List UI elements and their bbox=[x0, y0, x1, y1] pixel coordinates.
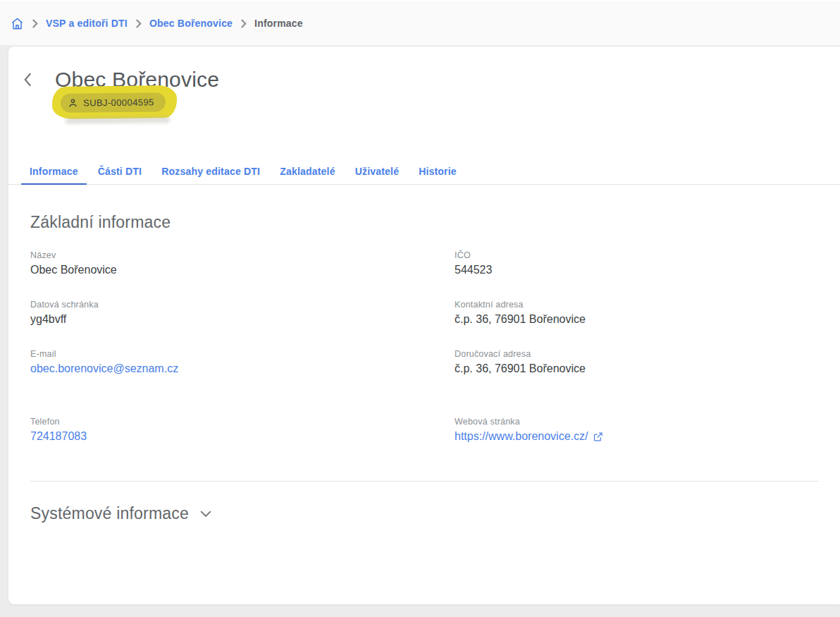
subject-id-badge: SUBJ-00004595 bbox=[61, 92, 166, 113]
system-info-toggle[interactable]: Systémové informace bbox=[30, 504, 211, 523]
breadcrumb-link-vsp[interactable]: VSP a editoři DTI bbox=[46, 18, 128, 29]
field-label: Doručovací adresa bbox=[455, 349, 819, 359]
section-divider bbox=[30, 481, 819, 482]
tab-casti-dti[interactable]: Části DTI bbox=[89, 158, 150, 184]
field-ico: IČO 544523 bbox=[455, 250, 819, 276]
field-label: Webová stránka bbox=[455, 417, 819, 427]
phone-link[interactable]: 724187083 bbox=[30, 430, 87, 443]
back-button[interactable] bbox=[17, 69, 38, 90]
chevron-right-icon bbox=[32, 19, 38, 28]
field-dorucovaci-adresa: Doručovací adresa č.p. 36, 76901 Bořenov… bbox=[455, 349, 819, 375]
tab-informace[interactable]: Informace bbox=[21, 158, 87, 184]
basic-info-fields: Název Obec Bořenovice IČO 544523 Datová … bbox=[30, 250, 819, 443]
breadcrumb-current: Informace bbox=[254, 18, 303, 29]
section-title-basic-info: Základní informace bbox=[30, 213, 819, 232]
field-value: yg4bvff bbox=[30, 313, 455, 326]
tab-historie[interactable]: Historie bbox=[410, 158, 465, 184]
chevron-right-icon bbox=[240, 19, 247, 28]
home-icon[interactable] bbox=[11, 17, 24, 30]
chevron-right-icon bbox=[135, 19, 142, 28]
field-kontaktni-adresa: Kontaktní adresa č.p. 36, 76901 Bořenovi… bbox=[455, 300, 819, 326]
field-label: Kontaktní adresa bbox=[455, 300, 819, 310]
subject-detail-card: Obec Bořenovice SUBJ-00004595 Informace … bbox=[8, 47, 840, 604]
tab-content: Základní informace Název Obec Bořenovice… bbox=[8, 185, 840, 523]
field-webova-stranka: Webová stránka https://www.borenovice.cz… bbox=[455, 417, 819, 443]
external-link-icon bbox=[593, 432, 603, 442]
chevron-down-icon bbox=[200, 510, 211, 518]
field-label: IČO bbox=[455, 250, 819, 260]
field-label: Telefon bbox=[30, 417, 455, 427]
breadcrumb: VSP a editoři DTI Obec Bořenovice Inform… bbox=[0, 0, 840, 45]
card-header: Obec Bořenovice SUBJ-00004595 bbox=[8, 47, 840, 128]
field-label: Název bbox=[30, 250, 455, 260]
field-value: č.p. 36, 76901 Bořenovice bbox=[455, 313, 819, 326]
field-value: č.p. 36, 76901 Bořenovice bbox=[455, 362, 819, 375]
person-icon bbox=[68, 98, 78, 109]
field-telefon: Telefon 724187083 bbox=[30, 417, 455, 443]
email-link[interactable]: obec.borenovice@seznam.cz bbox=[30, 362, 178, 375]
field-label: E-mail bbox=[30, 349, 455, 359]
tab-zakladatele[interactable]: Zakladatelé bbox=[271, 158, 343, 184]
field-nazev: Název Obec Bořenovice bbox=[30, 250, 455, 276]
breadcrumb-link-subject[interactable]: Obec Bořenovice bbox=[149, 18, 233, 29]
section-title-system-info: Systémové informace bbox=[30, 504, 189, 523]
tab-bar: Informace Části DTI Rozsahy editace DTI … bbox=[8, 158, 840, 185]
subject-id: SUBJ-00004595 bbox=[83, 97, 154, 108]
website-link[interactable]: https://www.borenovice.cz/ bbox=[455, 430, 603, 443]
field-email: E-mail obec.borenovice@seznam.cz bbox=[30, 349, 455, 375]
field-value: 544523 bbox=[455, 264, 819, 276]
yellow-highlight-annotation: SUBJ-00004595 bbox=[52, 85, 177, 119]
tab-uzivatele[interactable]: Uživatelé bbox=[347, 158, 408, 184]
field-datova-schranka: Datová schránka yg4bvff bbox=[30, 300, 455, 326]
field-value: Obec Bořenovice bbox=[30, 264, 455, 276]
field-label: Datová schránka bbox=[30, 300, 455, 310]
tab-rozsahy-editace-dti[interactable]: Rozsahy editace DTI bbox=[153, 158, 268, 184]
